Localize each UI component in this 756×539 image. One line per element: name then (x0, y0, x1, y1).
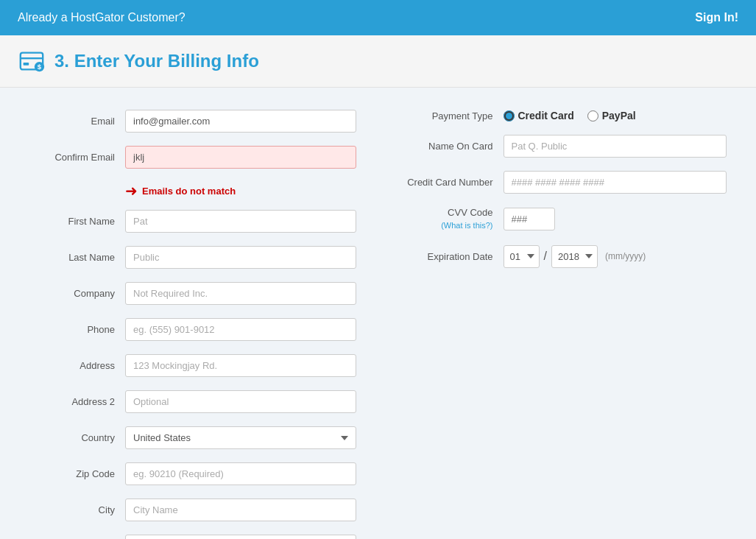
email-label: Email (29, 116, 125, 127)
credit-card-number-label: Credit Card Number (400, 177, 504, 188)
phone-label: Phone (29, 324, 125, 335)
address2-label: Address 2 (29, 396, 125, 407)
state-select[interactable]: Alaska Alabama Arizona California New Yo… (125, 535, 356, 539)
last-name-label: Last Name (29, 252, 125, 263)
address-label: Address (29, 360, 125, 371)
country-select[interactable]: United States Canada United Kingdom (125, 426, 356, 449)
address-row: Address (29, 354, 356, 377)
cvv-input[interactable] (504, 208, 555, 230)
expiry-separator: / (543, 250, 548, 263)
country-row: Country United States Canada United King… (29, 426, 356, 449)
payment-type-label: Payment Type (400, 110, 504, 121)
form-layout: Email Confirm Email ➜ Emails do not matc… (29, 110, 727, 539)
svg-rect-2 (24, 63, 29, 66)
city-label: City (29, 504, 125, 515)
email-error-row: ➜ Emails do not match (125, 182, 356, 200)
credit-card-number-row: Credit Card Number (400, 171, 727, 194)
credit-card-radio[interactable] (504, 110, 515, 121)
paypal-label: PayPal (602, 110, 636, 121)
payment-options: Credit Card PayPal (504, 110, 636, 121)
first-name-row: First Name (29, 210, 356, 233)
address2-input[interactable] (125, 390, 356, 413)
right-form: Payment Type Credit Card PayPal Name On … (400, 110, 727, 539)
name-on-card-input[interactable] (504, 135, 727, 158)
company-label: Company (29, 288, 125, 299)
address-input[interactable] (125, 354, 356, 377)
payment-type-row: Payment Type Credit Card PayPal (400, 110, 727, 121)
paypal-option[interactable]: PayPal (587, 110, 636, 121)
top-banner: Already a HostGator Customer? Sign In! (0, 0, 756, 35)
credit-card-option[interactable]: Credit Card (504, 110, 574, 121)
last-name-row: Last Name (29, 246, 356, 269)
banner-message: Already a HostGator Customer? (18, 11, 186, 24)
cvv-help-link[interactable]: (What is this?) (441, 221, 492, 230)
email-row: Email (29, 110, 356, 133)
company-input[interactable] (125, 282, 356, 305)
credit-card-number-input[interactable] (504, 171, 727, 194)
confirm-email-label: Confirm Email (29, 152, 125, 163)
error-arrow-icon: ➜ (125, 182, 138, 200)
email-error-message: Emails do not match (142, 186, 236, 197)
left-form: Email Confirm Email ➜ Emails do not matc… (29, 110, 356, 539)
svg-text:$: $ (38, 63, 42, 71)
page-header: $ 3. Enter Your Billing Info (0, 35, 756, 88)
first-name-label: First Name (29, 216, 125, 227)
paypal-radio[interactable] (587, 110, 598, 121)
first-name-input[interactable] (125, 210, 356, 233)
cvv-label-container: CVV Code (What is this?) (400, 207, 504, 232)
signin-link[interactable]: Sign In! (695, 11, 738, 24)
billing-icon: $ (18, 47, 46, 75)
zip-row: Zip Code (29, 462, 356, 485)
expiry-row: Expiration Date 01 02 03 04 05 06 07 08 … (400, 245, 727, 268)
expiry-hint: (mm/yyyy) (605, 251, 646, 261)
credit-card-label: Credit Card (518, 110, 574, 121)
main-content: Email Confirm Email ➜ Emails do not matc… (0, 88, 756, 539)
page-title: 3. Enter Your Billing Info (54, 51, 259, 71)
confirm-email-input[interactable] (125, 146, 356, 169)
phone-input[interactable] (125, 318, 356, 341)
last-name-input[interactable] (125, 246, 356, 269)
phone-row: Phone (29, 318, 356, 341)
expiry-month-select[interactable]: 01 02 03 04 05 06 07 08 09 10 11 12 (504, 245, 540, 268)
country-label: Country (29, 432, 125, 443)
name-on-card-label: Name On Card (400, 141, 504, 152)
address2-row: Address 2 (29, 390, 356, 413)
expiry-label: Expiration Date (400, 251, 504, 262)
expiry-year-select[interactable]: 2018 2019 2020 2021 2022 2023 2024 2025 (551, 245, 598, 268)
city-input[interactable] (125, 499, 356, 521)
confirm-email-row: Confirm Email (29, 146, 356, 169)
company-row: Company (29, 282, 356, 305)
cvv-row: CVV Code (What is this?) (400, 207, 727, 232)
expiry-selects: 01 02 03 04 05 06 07 08 09 10 11 12 / (504, 245, 646, 268)
name-on-card-row: Name On Card (400, 135, 727, 158)
zip-label: Zip Code (29, 468, 125, 479)
state-row: State Alaska Alabama Arizona California … (29, 535, 356, 539)
city-row: City (29, 499, 356, 521)
zip-input[interactable] (125, 462, 356, 485)
cvv-label-text: CVV Code (448, 207, 492, 218)
email-input[interactable] (125, 110, 356, 133)
